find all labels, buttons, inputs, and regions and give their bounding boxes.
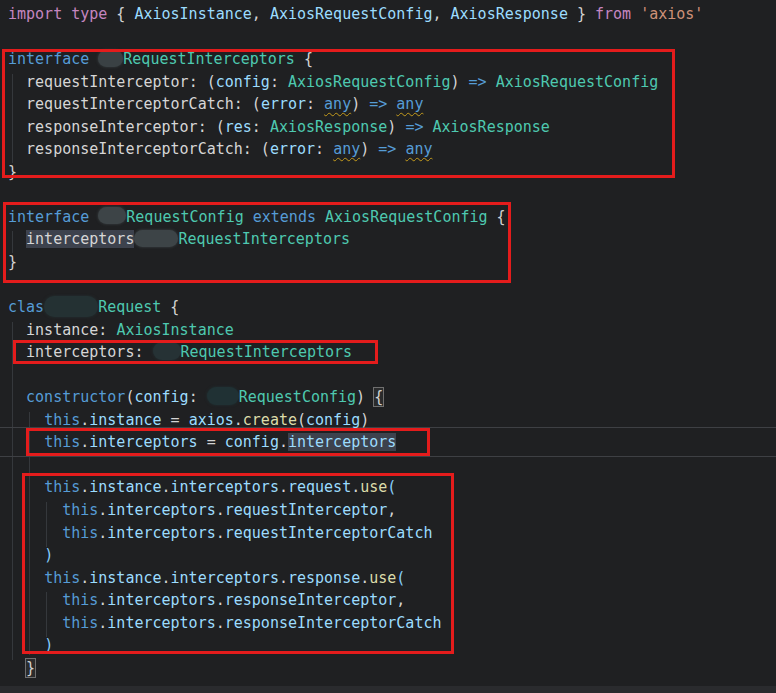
code-token: ( (387, 478, 396, 496)
code-token: this (44, 411, 80, 429)
code-token: . (80, 433, 89, 451)
code-token: : (98, 321, 116, 339)
code-token: . (279, 433, 288, 451)
code-token: : (189, 388, 207, 406)
code-line[interactable]: requestInterceptor: (config: AxiosReques… (8, 71, 703, 94)
code-line[interactable]: } (8, 161, 703, 184)
code-token: { (374, 388, 383, 406)
code-line[interactable] (8, 274, 703, 297)
code-token: => (405, 118, 423, 136)
code-token: type (71, 5, 107, 23)
code-line[interactable]: responseInterceptorCatch: (error: any) =… (8, 138, 703, 161)
code-line[interactable] (8, 183, 703, 206)
code-token (8, 95, 26, 113)
code-line[interactable]: responseInterceptor: (res: AxiosResponse… (8, 116, 703, 139)
code-line[interactable]: this.instance.interceptors.response.use( (8, 567, 703, 590)
code-token: RequestInterceptors (178, 230, 350, 248)
code-token (8, 118, 26, 136)
code-token: interceptors (89, 433, 197, 451)
code-token: config (134, 388, 188, 406)
code-token: AxiosInstance (116, 321, 233, 339)
code-token: AxiosRequestConfig (288, 73, 451, 91)
code-token (89, 208, 98, 226)
code-line[interactable]: this.instance.interceptors.request.use( (8, 476, 703, 499)
code-token: constructor (26, 388, 125, 406)
code-token: config (225, 433, 279, 451)
code-token: RequestInterceptors (123, 50, 295, 68)
code-token: : ( (234, 95, 261, 113)
code-token: ) (44, 546, 53, 564)
code-token: . (279, 569, 288, 587)
code-line[interactable]: clasRequest { (8, 296, 703, 319)
code-token: interceptors (171, 569, 279, 587)
code-token: , (432, 5, 450, 23)
code-token: create (243, 411, 297, 429)
code-token: } (568, 5, 595, 23)
code-token (8, 321, 26, 339)
code-line[interactable]: this.instance = axios.create(config) (8, 409, 703, 432)
code-token (316, 208, 325, 226)
code-token: AxiosResponse (432, 118, 549, 136)
code-line[interactable]: } (8, 657, 703, 680)
code-token: responseInterceptorCatch (225, 614, 442, 632)
code-token: RequestInterceptors (181, 343, 353, 361)
code-line[interactable]: instance: AxiosInstance (8, 319, 703, 342)
code-line[interactable]: import type { AxiosInstance, AxiosReques… (8, 3, 703, 26)
code-token: requestInterceptorCatch (225, 524, 433, 542)
code-token: any (333, 140, 360, 158)
code-token: interceptors (26, 230, 134, 248)
code-token: any (405, 140, 432, 158)
code-token: ) (356, 388, 374, 406)
code-line[interactable]: this.interceptors.requestInterceptorCatc… (8, 522, 703, 545)
code-line[interactable]: interface RequestInterceptors { (8, 48, 703, 71)
code-token: interceptors (107, 501, 215, 519)
code-line[interactable]: ) (8, 544, 703, 567)
code-token: ) (387, 118, 405, 136)
code-line[interactable]: requestInterceptorCatch: (error: any) =>… (8, 93, 703, 116)
code-token: . (216, 591, 225, 609)
code-line[interactable]: this.interceptors = config.interceptors (8, 431, 703, 454)
code-line[interactable]: interface RequestConfig extends AxiosReq… (8, 206, 703, 229)
code-token: from (595, 5, 631, 23)
code-editor[interactable]: import type { AxiosInstance, AxiosReques… (0, 0, 776, 693)
code-line[interactable] (8, 364, 703, 387)
code-token: responseInterceptor (225, 591, 397, 609)
code-token: this (62, 591, 98, 609)
code-area[interactable]: import type { AxiosInstance, AxiosReques… (8, 3, 703, 679)
code-line[interactable] (8, 454, 703, 477)
code-token: AxiosRequestConfig (496, 73, 659, 91)
code-line[interactable]: } (8, 251, 703, 274)
code-token: : ( (198, 118, 225, 136)
code-token: : (252, 118, 270, 136)
code-token: res (225, 118, 252, 136)
code-line[interactable]: interceptors: RequestInterceptors (8, 341, 703, 364)
code-line[interactable]: this.interceptors.requestInterceptor, (8, 499, 703, 522)
code-token: instance (26, 321, 98, 339)
code-token (8, 73, 26, 91)
code-token: AxiosRequestConfig (270, 5, 433, 23)
redaction-blob (98, 207, 126, 224)
code-line[interactable]: interceptorsRequestInterceptors (8, 228, 703, 251)
code-token (8, 569, 44, 587)
code-token: . (80, 411, 89, 429)
redaction-blob (44, 296, 98, 317)
code-token (631, 5, 640, 23)
code-line[interactable]: constructor(config: RequestConfig) { (8, 386, 703, 409)
code-token: { (107, 5, 134, 23)
code-token: ) (360, 140, 378, 158)
code-line[interactable]: ) (8, 634, 703, 657)
code-line[interactable]: this.interceptors.responseInterceptor, (8, 589, 703, 612)
code-token: = (198, 433, 225, 451)
code-token: . (234, 411, 243, 429)
code-token (244, 208, 253, 226)
code-token: import (8, 5, 62, 23)
code-token: 'axios' (640, 5, 703, 23)
redaction-blob (207, 387, 239, 405)
code-token: requestInterceptorCatch (26, 95, 234, 113)
code-token: this (62, 501, 98, 519)
code-token: interceptors (107, 591, 215, 609)
code-line[interactable] (8, 26, 703, 49)
code-token: this (62, 614, 98, 632)
code-token: this (44, 478, 80, 496)
code-line[interactable]: this.interceptors.responseInterceptorCat… (8, 612, 703, 635)
